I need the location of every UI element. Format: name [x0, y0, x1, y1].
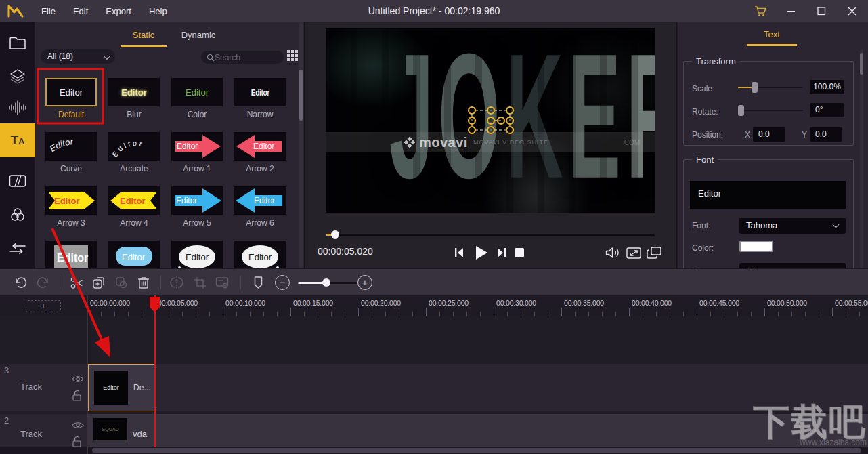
volume-icon[interactable] [603, 242, 622, 264]
timeline-horizontal-scrollbar[interactable] [0, 447, 868, 454]
title-bar: File Edit Export Help Untitled Project* … [0, 0, 868, 22]
menu-edit[interactable]: Edit [64, 0, 97, 22]
play-button[interactable] [471, 242, 492, 264]
seek-bar[interactable] [326, 230, 655, 239]
track-visibility-icon[interactable] [72, 421, 84, 430]
stop-button[interactable] [511, 242, 527, 264]
template-box[interactable]: Editor [45, 241, 97, 268]
track-lock-icon[interactable] [72, 436, 82, 447]
search-input[interactable] [215, 53, 276, 62]
template-arcuate[interactable]: Editor Arcuate [108, 132, 160, 173]
undo-button[interactable] [11, 272, 31, 293]
duplicate-button[interactable] [89, 272, 109, 293]
timeline-tracks: 3 Track Editor De... 2 Track SQUAD [0, 316, 868, 454]
copy-style-button[interactable] [111, 272, 131, 293]
audio-waveform-icon[interactable] [0, 93, 35, 123]
template-narrow[interactable]: Editor Narrow [234, 78, 286, 119]
timeline-ruler[interactable]: + 00:00:00.000 00:00:05.000 00:00:10.000… [0, 295, 868, 316]
tab-static[interactable]: Static [121, 22, 167, 47]
ruler-label: 00:00:50.000 [767, 299, 807, 307]
titles-tool-active[interactable]: TA [0, 123, 35, 157]
templates-scrollbar[interactable] [299, 22, 303, 268]
template-arrow-6[interactable]: Editor Arrow 6 [234, 186, 286, 228]
font-size-dropdown[interactable]: 28 [739, 263, 846, 268]
menu-help[interactable]: Help [140, 0, 176, 22]
template-arrow-4[interactable]: Editor Arrow 4 [108, 186, 160, 228]
search-box[interactable] [201, 51, 284, 64]
template-arrow-1[interactable]: Editor Arrow 1 [171, 132, 223, 173]
scale-slider[interactable] [738, 81, 803, 94]
cart-icon[interactable] [749, 0, 773, 22]
track-row-3: 3 Track Editor De... [0, 364, 868, 411]
template-arrow-2[interactable]: Editor Arrow 2 [234, 132, 286, 173]
svg-text:Editor: Editor [54, 196, 80, 206]
template-color[interactable]: Editor Color [171, 78, 223, 119]
close-button[interactable] [840, 0, 864, 22]
playhead-line[interactable] [154, 295, 156, 447]
zoom-out-button[interactable]: − [272, 272, 292, 293]
track-visibility-icon[interactable] [72, 375, 84, 384]
template-blur[interactable]: Editor Blur [108, 78, 160, 119]
position-y-value[interactable]: 0.0 [810, 127, 842, 142]
zoom-in-button[interactable]: + [355, 272, 375, 293]
fullscreen-icon[interactable] [624, 242, 643, 264]
minimize-button[interactable] [779, 0, 803, 22]
menu-file[interactable]: File [32, 0, 64, 22]
grid-view-icon[interactable] [287, 50, 299, 62]
previous-frame-button[interactable] [451, 242, 467, 264]
ruler-label: 00:00:40.000 [632, 299, 672, 307]
maximize-button[interactable] [809, 0, 833, 22]
movavi-logo-icon [7, 3, 24, 18]
scale-value[interactable]: 100.0% [810, 80, 844, 94]
crop-button[interactable] [190, 272, 210, 293]
transport-controls [305, 242, 677, 264]
template-default[interactable]: Editor Default [45, 78, 97, 119]
rotate-slider[interactable] [738, 104, 803, 117]
text-panel-scrollbar[interactable] [860, 49, 863, 268]
track-lock-icon[interactable] [72, 390, 82, 401]
track-name: Track [20, 381, 42, 392]
add-track-button[interactable]: + [26, 300, 61, 312]
split-button[interactable] [167, 272, 187, 293]
cut-button[interactable] [66, 272, 87, 293]
text-selection-handles[interactable] [326, 28, 655, 213]
font-color-swatch[interactable] [739, 241, 773, 252]
playhead-marker[interactable] [149, 296, 160, 313]
track-number: 3 [4, 365, 9, 375]
tab-text[interactable]: Text [747, 22, 797, 46]
layers-icon[interactable] [0, 62, 35, 91]
seek-knob[interactable] [331, 230, 339, 239]
menu-export[interactable]: Export [97, 0, 140, 22]
template-curve[interactable]: Editor Curve [45, 132, 97, 173]
template-ellipse-2[interactable]: Editor [234, 241, 286, 268]
chevron-down-icon [833, 222, 840, 228]
template-arrow-3[interactable]: Editor Arrow 3 [45, 186, 97, 228]
rotate-value[interactable]: 0° [810, 103, 844, 117]
marker-button[interactable] [248, 272, 268, 293]
template-pill[interactable]: Editor [108, 241, 160, 268]
tab-dynamic[interactable]: Dynamic [179, 22, 218, 47]
clip-properties-button[interactable] [212, 272, 232, 293]
template-arrow-5[interactable]: Editor Arrow 5 [171, 186, 223, 228]
transitions-icon[interactable] [0, 166, 35, 196]
track-header-divider [87, 295, 88, 454]
filters-icon[interactable] [0, 200, 35, 230]
text-clip[interactable]: Editor De... [88, 364, 155, 411]
detach-player-icon[interactable] [645, 242, 664, 264]
category-dropdown[interactable]: All (18) [41, 49, 115, 64]
svg-text:Editor: Editor [110, 139, 145, 159]
redo-button[interactable] [32, 272, 53, 293]
font-family-dropdown[interactable]: Tahoma [739, 218, 846, 234]
template-ellipse-1[interactable]: Editor [171, 241, 223, 268]
svg-text:Editor: Editor [57, 252, 88, 264]
import-export-icon[interactable] [0, 234, 35, 264]
ruler-label: 00:00:15.000 [293, 299, 333, 307]
timeline-zoom-slider[interactable] [298, 281, 357, 284]
media-folder-icon[interactable] [0, 28, 35, 58]
position-x-value[interactable]: 0.0 [753, 127, 785, 142]
next-frame-button[interactable] [494, 242, 510, 264]
delete-button[interactable] [133, 272, 154, 293]
text-content-field[interactable]: Editor [690, 181, 846, 209]
templates-grid: Editor Default Editor Blur Editor Color … [45, 78, 286, 268]
search-icon [207, 54, 215, 62]
